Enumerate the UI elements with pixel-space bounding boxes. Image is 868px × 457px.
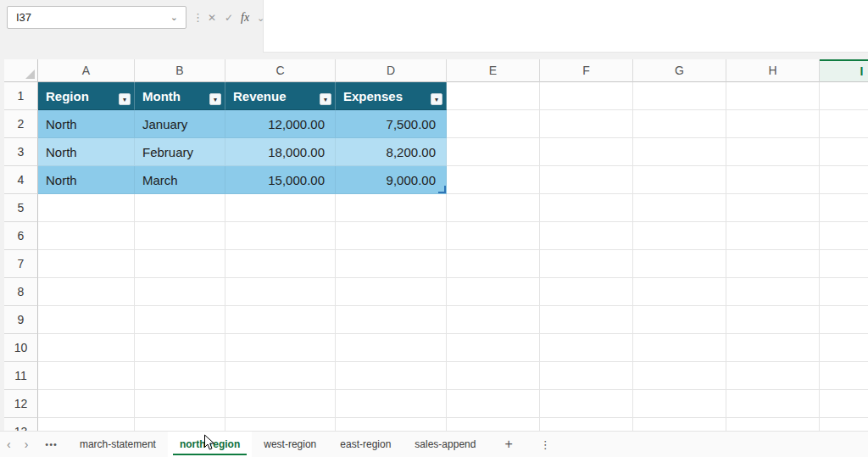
cell-G13[interactable] [633,418,726,431]
cell-G10[interactable] [633,334,726,362]
column-header-F[interactable]: F [540,59,633,82]
sheet-tab-east-region[interactable]: east-region [328,432,403,457]
row-header-11[interactable]: 11 [4,362,38,390]
cell-E10[interactable] [447,334,540,362]
cell-E9[interactable] [447,306,540,334]
cell-F1[interactable] [540,82,633,110]
fx-chevron-icon[interactable]: ⌄ [257,10,264,25]
cell-D12[interactable] [336,390,447,418]
cell-G4[interactable] [633,166,726,194]
cell-I5[interactable] [820,194,868,222]
cell-F7[interactable] [540,250,633,278]
filter-dropdown-icon-month[interactable]: ▾ [209,93,221,105]
cell-H8[interactable] [726,278,820,306]
cell-A13[interactable] [38,418,135,431]
cell-H9[interactable] [726,306,820,334]
row-header-13[interactable]: 13 [4,418,38,431]
cell-G5[interactable] [633,194,726,222]
cell-I8[interactable] [820,278,868,306]
cell-F9[interactable] [540,306,633,334]
cell-F10[interactable] [540,334,633,362]
cell-C6[interactable] [225,222,336,250]
column-header-E[interactable]: E [447,59,540,82]
select-all-corner[interactable] [4,59,38,82]
sheet-tab-sales-append[interactable]: sales-append [403,432,487,457]
cell-G1[interactable] [633,82,726,110]
cell-F11[interactable] [540,362,633,390]
add-sheet-button[interactable]: + [487,437,529,452]
cell-A6[interactable] [38,222,135,250]
cell-A10[interactable] [38,334,135,362]
cell-C12[interactable] [225,390,336,418]
cell-D1[interactable]: Expenses▾ [336,82,447,110]
cell-A5[interactable] [38,194,135,222]
cell-G12[interactable] [633,390,726,418]
cell-G2[interactable] [633,110,726,138]
cell-I4[interactable] [820,166,868,194]
cell-E1[interactable] [447,82,540,110]
cell-C8[interactable] [225,278,336,306]
row-header-4[interactable]: 4 [4,166,38,194]
cell-A3[interactable]: North [38,138,135,166]
cell-D2[interactable]: 7,500.00 [336,110,447,138]
cell-C1[interactable]: Revenue▾ [225,82,336,110]
cell-E13[interactable] [447,418,540,431]
cell-B1[interactable]: Month▾ [135,82,225,110]
name-box-chevron-icon[interactable]: ⌄ [163,12,186,23]
cell-I2[interactable] [820,110,868,138]
cell-C2[interactable]: 12,000.00 [225,110,336,138]
cell-D13[interactable] [336,418,447,431]
cell-D9[interactable] [336,306,447,334]
cell-F5[interactable] [540,194,633,222]
column-header-C[interactable]: C [225,59,336,82]
cell-I9[interactable] [820,306,868,334]
cell-C4[interactable]: 15,000.00 [225,166,336,194]
cell-B12[interactable] [135,390,225,418]
row-header-6[interactable]: 6 [4,222,38,250]
tabs-next-icon[interactable]: › [18,437,36,451]
cell-F8[interactable] [540,278,633,306]
cell-C11[interactable] [225,362,336,390]
sheet-tab-west-region[interactable]: west-region [252,432,328,457]
cell-B11[interactable] [135,362,225,390]
cell-D10[interactable] [336,334,447,362]
column-header-B[interactable]: B [135,59,225,82]
filter-dropdown-icon-expenses[interactable]: ▾ [431,93,442,105]
cell-C3[interactable]: 18,000.00 [225,138,336,166]
cell-D6[interactable] [336,222,447,250]
cell-I11[interactable] [820,362,868,390]
cell-H5[interactable] [726,194,820,222]
cell-I10[interactable] [820,334,868,362]
row-header-8[interactable]: 8 [4,278,38,306]
tabs-overflow-button[interactable]: ••• [35,439,68,449]
column-header-G[interactable]: G [633,59,726,82]
cell-C5[interactable] [225,194,336,222]
enter-icon[interactable]: ✓ [225,10,233,25]
toolbar-kebab-icon[interactable]: ⋮ [192,10,203,25]
cell-A9[interactable] [38,306,135,334]
cell-E3[interactable] [447,138,540,166]
cell-B6[interactable] [135,222,225,250]
cell-B13[interactable] [135,418,225,431]
cell-E4[interactable] [447,166,540,194]
cell-F4[interactable] [540,166,633,194]
cell-A7[interactable] [38,250,135,278]
row-header-2[interactable]: 2 [4,110,38,138]
cell-G11[interactable] [633,362,726,390]
cell-F2[interactable] [540,110,633,138]
column-header-D[interactable]: D [336,59,447,82]
cell-F3[interactable] [540,138,633,166]
row-header-10[interactable]: 10 [4,334,38,362]
cell-G6[interactable] [633,222,726,250]
column-header-I[interactable]: I [820,59,868,82]
cell-A2[interactable]: North [38,110,135,138]
cell-B8[interactable] [135,278,225,306]
cell-H3[interactable] [726,138,820,166]
cell-A1[interactable]: Region▾ [38,82,135,110]
cell-H13[interactable] [726,418,820,431]
cell-E2[interactable] [447,110,540,138]
cell-B3[interactable]: February [135,138,225,166]
cell-F13[interactable] [540,418,633,431]
cell-E12[interactable] [447,390,540,418]
cell-G3[interactable] [633,138,726,166]
